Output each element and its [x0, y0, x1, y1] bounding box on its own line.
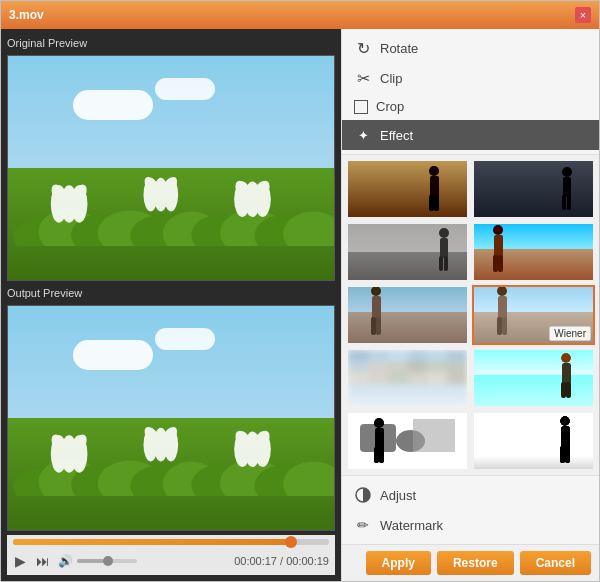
tool-adjust[interactable]: Adjust — [342, 480, 599, 510]
skip-button[interactable]: ⏭ — [34, 551, 52, 571]
svg-point-82 — [560, 416, 570, 426]
svg-rect-80 — [374, 447, 379, 463]
svg-rect-79 — [375, 428, 384, 449]
tool-rotate[interactable]: ↻ Rotate — [342, 33, 599, 63]
svg-rect-69 — [376, 317, 381, 335]
effect-thumb-3[interactable] — [346, 222, 469, 282]
svg-rect-85 — [565, 446, 570, 463]
svg-point-66 — [371, 286, 381, 296]
volume-icon: 🔊 — [58, 554, 73, 568]
output-preview-label: Output Preview — [7, 285, 335, 301]
tool-clip[interactable]: ✂ Clip — [342, 63, 599, 93]
crop-label: Crop — [376, 99, 404, 114]
svg-rect-52 — [429, 195, 434, 211]
svg-rect-73 — [502, 317, 507, 335]
effect-thumb-5[interactable] — [346, 285, 469, 345]
main-window: 3.mov × Original Preview — [0, 0, 600, 582]
effect-grid: Wiener — [342, 155, 599, 475]
effect-thumb-2[interactable] — [472, 159, 595, 219]
effect-thumb-6[interactable]: Wiener — [472, 285, 595, 345]
progress-thumb[interactable] — [285, 536, 297, 548]
close-button[interactable]: × — [575, 7, 591, 23]
original-preview-label: Original Preview — [7, 35, 335, 51]
main-content: Original Preview — [1, 29, 599, 581]
volume-container: 🔊 — [58, 554, 137, 568]
action-bar: Apply Restore Cancel — [342, 544, 599, 581]
right-panel: ↻ Rotate ✂ Clip Crop ✦ Effect — [341, 29, 599, 581]
svg-rect-81 — [379, 447, 384, 463]
tool-watermark[interactable]: ✏ Watermark — [342, 510, 599, 540]
volume-thumb[interactable] — [103, 556, 113, 566]
time-total: 00:00:19 — [286, 555, 329, 567]
effect-thumb-10[interactable] — [472, 411, 595, 471]
svg-rect-84 — [560, 446, 565, 463]
svg-rect-64 — [493, 255, 498, 272]
svg-point-78 — [374, 418, 384, 428]
svg-rect-68 — [371, 317, 376, 335]
svg-rect-60 — [439, 256, 443, 271]
svg-rect-59 — [440, 238, 448, 258]
time-current: 00:00:17 — [234, 555, 277, 567]
clip-label: Clip — [380, 71, 402, 86]
svg-rect-51 — [430, 176, 439, 198]
control-bar: ▶ ⏭ 🔊 00:00:17 / 00:00:19 — [7, 535, 335, 575]
effect-thumb-9[interactable] — [346, 411, 469, 471]
time-display: 00:00:17 / 00:00:19 — [234, 555, 329, 567]
svg-rect-83 — [561, 426, 570, 448]
title-bar: 3.mov × — [1, 1, 599, 29]
tool-effect[interactable]: ✦ Effect — [342, 120, 599, 150]
progress-bar[interactable] — [13, 539, 329, 545]
rotate-label: Rotate — [380, 41, 418, 56]
svg-rect-55 — [563, 177, 571, 197]
adjust-label: Adjust — [380, 488, 416, 503]
svg-rect-72 — [497, 317, 502, 335]
play-button[interactable]: ▶ — [13, 551, 28, 571]
output-preview — [7, 305, 335, 531]
tool-crop[interactable]: Crop — [342, 93, 599, 120]
cancel-button[interactable]: Cancel — [520, 551, 591, 575]
apply-button[interactable]: Apply — [366, 551, 431, 575]
svg-point-50 — [429, 166, 439, 176]
tool-menu: ↻ Rotate ✂ Clip Crop ✦ Effect — [342, 29, 599, 155]
time-separator: / — [277, 555, 286, 567]
svg-point-70 — [497, 286, 507, 296]
svg-point-54 — [562, 167, 572, 177]
watermark-icon: ✏ — [354, 516, 372, 534]
effect-icon: ✦ — [354, 126, 372, 144]
svg-point-58 — [439, 228, 449, 238]
effect-thumb-7[interactable] — [346, 348, 469, 408]
volume-bar[interactable] — [77, 559, 137, 563]
window-title: 3.mov — [9, 8, 44, 22]
svg-rect-65 — [498, 255, 503, 272]
svg-rect-53 — [434, 195, 439, 211]
progress-fill — [13, 539, 294, 545]
original-preview — [7, 55, 335, 281]
svg-rect-63 — [494, 235, 503, 257]
effect-thumb-1[interactable] — [346, 159, 469, 219]
svg-rect-61 — [444, 256, 448, 271]
svg-rect-67 — [372, 296, 381, 319]
rotate-icon: ↻ — [354, 39, 372, 57]
effect-thumb-8[interactable] — [472, 348, 595, 408]
clip-icon: ✂ — [354, 69, 372, 87]
left-panel: Original Preview — [1, 29, 341, 581]
bottom-tools: Adjust ✏ Watermark — [342, 475, 599, 544]
effect-label: Effect — [380, 128, 413, 143]
svg-point-74 — [561, 353, 571, 363]
svg-rect-71 — [498, 296, 507, 319]
effect-thumb-4[interactable] — [472, 222, 595, 282]
watermark-label: Watermark — [380, 518, 443, 533]
svg-rect-76 — [561, 382, 566, 398]
svg-rect-57 — [567, 195, 571, 210]
crop-icon — [354, 100, 368, 114]
controls-row: ▶ ⏭ 🔊 00:00:17 / 00:00:19 — [13, 551, 329, 571]
volume-fill — [77, 559, 104, 563]
svg-rect-56 — [562, 195, 566, 210]
svg-point-62 — [493, 225, 503, 235]
restore-button[interactable]: Restore — [437, 551, 514, 575]
svg-rect-75 — [562, 363, 571, 384]
adjust-icon — [354, 486, 372, 504]
svg-rect-77 — [566, 382, 571, 398]
